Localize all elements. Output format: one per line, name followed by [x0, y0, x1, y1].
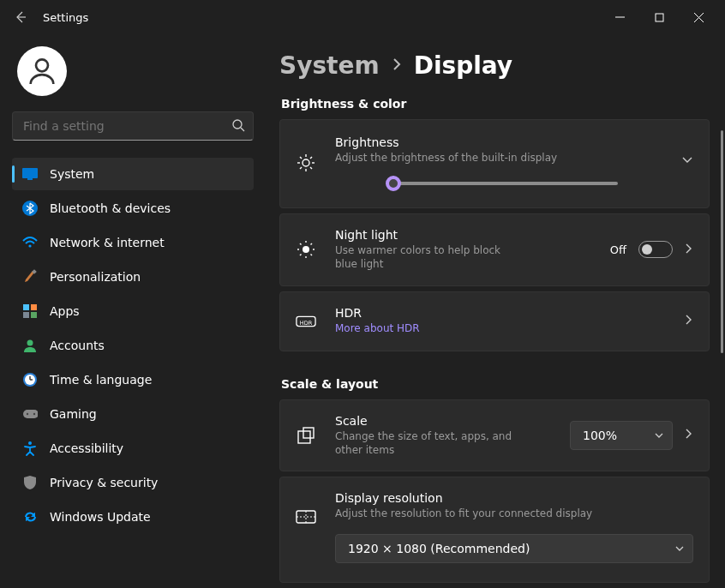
- bluetooth-icon: [22, 201, 38, 216]
- main-content: System Display Brightness & color Bright…: [266, 34, 725, 588]
- svg-line-41: [311, 243, 313, 245]
- nav-label: Accessibility: [50, 441, 123, 455]
- nav-list: System Bluetooth & devices Network & int…: [12, 158, 254, 533]
- svg-line-6: [241, 128, 244, 131]
- accessibility-icon: [22, 441, 38, 456]
- section-title-brightness: Brightness & color: [281, 97, 710, 111]
- svg-point-24: [28, 441, 32, 445]
- nav-label: Privacy & security: [50, 476, 158, 489]
- back-button[interactable]: [7, 3, 34, 31]
- svg-point-22: [27, 413, 28, 415]
- nav-item-accessibility[interactable]: Accessibility: [12, 432, 254, 465]
- chevron-right-icon[interactable]: [685, 243, 693, 257]
- chevron-down-icon: [655, 429, 663, 442]
- scale-select[interactable]: 100%: [570, 421, 673, 450]
- brightness-sub: Adjust the brightness of the built-in di…: [335, 151, 652, 165]
- resolution-title: Display resolution: [335, 491, 693, 505]
- svg-line-30: [300, 157, 302, 159]
- hdr-title: HDR: [335, 306, 666, 320]
- gamepad-icon: [22, 406, 38, 422]
- svg-point-4: [36, 59, 48, 71]
- scale-sub: Change the size of text, apps, and other…: [335, 429, 524, 457]
- maximize-button[interactable]: [639, 3, 679, 31]
- svg-point-25: [303, 159, 309, 166]
- brightness-card[interactable]: Brightness Adjust the brightness of the …: [279, 119, 710, 208]
- nav-item-apps[interactable]: Apps: [12, 295, 254, 327]
- nightlight-state: Off: [610, 243, 626, 256]
- breadcrumb-page: Display: [414, 51, 512, 80]
- wifi-icon: [22, 235, 38, 250]
- svg-line-33: [300, 167, 302, 169]
- svg-rect-1: [656, 14, 663, 21]
- nav-item-update[interactable]: Windows Update: [12, 501, 254, 533]
- svg-line-39: [300, 243, 302, 245]
- hdr-card[interactable]: HDR HDR More about HDR: [279, 291, 710, 351]
- titlebar: Settings: [0, 0, 725, 34]
- svg-line-42: [300, 255, 302, 256]
- app-title: Settings: [43, 11, 88, 24]
- nav-item-accounts[interactable]: Accounts: [12, 329, 254, 362]
- nightlight-title: Night light: [335, 228, 591, 242]
- minimize-button[interactable]: [600, 3, 639, 31]
- person-icon: [22, 338, 38, 353]
- svg-line-31: [310, 167, 312, 169]
- nightlight-sub: Use warmer colors to help block blue lig…: [335, 243, 515, 271]
- close-button[interactable]: [679, 3, 718, 31]
- svg-rect-45: [298, 431, 310, 443]
- expand-button[interactable]: [681, 153, 693, 169]
- search-input[interactable]: [12, 111, 254, 141]
- nightlight-toggle[interactable]: [638, 241, 673, 258]
- scale-value: 100%: [583, 429, 617, 442]
- svg-text:HDR: HDR: [300, 319, 313, 326]
- nav-label: Apps: [50, 304, 80, 318]
- svg-point-23: [33, 413, 35, 415]
- nav-item-privacy[interactable]: Privacy & security: [12, 466, 254, 499]
- sidebar: System Bluetooth & devices Network & int…: [0, 34, 266, 588]
- svg-rect-14: [23, 312, 29, 318]
- search-icon: [231, 118, 245, 135]
- hdr-link[interactable]: More about HDR: [335, 321, 666, 335]
- search-box: [12, 111, 254, 141]
- nav-label: System: [50, 167, 94, 181]
- apps-icon: [22, 303, 38, 319]
- resolution-select[interactable]: 1920 × 1080 (Recommended): [335, 534, 693, 563]
- scrollbar[interactable]: [721, 130, 723, 353]
- breadcrumb-root[interactable]: System: [279, 51, 380, 80]
- svg-rect-21: [23, 410, 38, 418]
- chevron-right-icon[interactable]: [685, 428, 693, 442]
- nav-item-bluetooth[interactable]: Bluetooth & devices: [12, 192, 254, 225]
- resolution-value: 1920 × 1080 (Recommended): [348, 542, 530, 555]
- nav-label: Network & internet: [50, 236, 165, 249]
- svg-line-40: [311, 255, 313, 256]
- svg-point-10: [28, 244, 31, 247]
- user-avatar[interactable]: [17, 46, 67, 96]
- nav-item-gaming[interactable]: Gaming: [12, 398, 254, 430]
- nav-item-personalization[interactable]: Personalization: [12, 261, 254, 293]
- sun-icon: [296, 153, 316, 173]
- shield-icon: [22, 475, 38, 490]
- brightness-title: Brightness: [335, 135, 652, 149]
- svg-point-34: [303, 246, 309, 253]
- nightlight-card[interactable]: Night light Use warmer colors to help bl…: [279, 213, 710, 285]
- nav-label: Time & language: [50, 373, 152, 387]
- breadcrumb: System Display: [279, 51, 710, 80]
- nav-item-system[interactable]: System: [12, 158, 254, 190]
- svg-rect-47: [297, 511, 315, 523]
- nav-item-time[interactable]: Time & language: [12, 363, 254, 396]
- paintbrush-icon: [22, 269, 38, 285]
- display-icon: [22, 166, 38, 182]
- svg-rect-12: [23, 304, 29, 310]
- nav-item-network[interactable]: Network & internet: [12, 226, 254, 259]
- resolution-card[interactable]: Display resolution Adjust the resolution…: [279, 477, 710, 583]
- svg-rect-46: [303, 428, 314, 438]
- resolution-icon: [296, 507, 316, 527]
- window-controls: [600, 3, 718, 31]
- section-title-scale: Scale & layout: [281, 377, 710, 391]
- scale-card[interactable]: Scale Change the size of text, apps, and…: [279, 399, 710, 471]
- scale-title: Scale: [335, 414, 551, 428]
- svg-point-5: [233, 120, 242, 129]
- nav-label: Gaming: [50, 407, 97, 421]
- resolution-sub: Adjust the resolution to fit your connec…: [335, 507, 693, 520]
- brightness-slider[interactable]: [386, 182, 652, 185]
- chevron-right-icon[interactable]: [685, 314, 693, 328]
